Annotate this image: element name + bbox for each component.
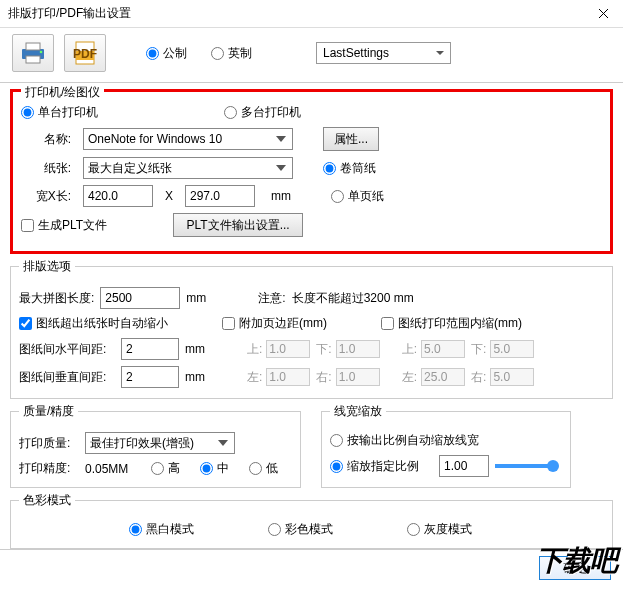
svg-rect-1 xyxy=(26,43,40,50)
color-color-radio[interactable]: 彩色模式 xyxy=(268,521,333,538)
printer-group-legend: 打印机/绘图仪 xyxy=(21,84,104,101)
plt-settings-button[interactable]: PLT文件输出设置... xyxy=(173,213,303,237)
mm-label: mm xyxy=(261,189,301,203)
pp-low-radio[interactable]: 低 xyxy=(249,460,278,477)
x-label: X xyxy=(159,189,179,203)
mm-label-2: mm xyxy=(186,291,206,305)
linewidth-legend: 线宽缩放 xyxy=(330,403,386,420)
maxlen-label: 最大拼图长度: xyxy=(19,290,94,307)
svg-rect-2 xyxy=(26,56,40,63)
pp-value: 0.05MM xyxy=(85,462,145,476)
inner-bottom-input xyxy=(490,340,534,358)
units-imperial-radio[interactable]: 英制 xyxy=(211,45,252,62)
inner-top-input xyxy=(421,340,465,358)
inner-right-input xyxy=(490,368,534,386)
pdf-icon: PDF xyxy=(71,41,99,65)
height-input[interactable] xyxy=(185,185,255,207)
pp-high-radio[interactable]: 高 xyxy=(151,460,180,477)
inner-left-input xyxy=(421,368,465,386)
printer-icon xyxy=(19,41,47,65)
margin-bottom-input xyxy=(336,340,380,358)
color-legend: 色彩模式 xyxy=(19,492,75,509)
settings-combo[interactable]: LastSettings xyxy=(316,42,451,64)
note-label: 注意: xyxy=(258,290,285,307)
margin-top-input xyxy=(266,340,310,358)
roll-paper-radio[interactable]: 卷筒纸 xyxy=(323,160,376,177)
printer-name-label: 名称: xyxy=(21,131,71,148)
lw-auto-radio[interactable]: 按输出比例自动缩放线宽 xyxy=(330,432,479,449)
pq-label: 打印质量: xyxy=(19,435,79,452)
quality-legend: 质量/精度 xyxy=(19,403,78,420)
innermargin-checkbox[interactable]: 图纸打印范围内缩(mm) xyxy=(381,315,522,332)
multi-printer-radio[interactable]: 多台打印机 xyxy=(224,104,301,121)
lw-slider[interactable] xyxy=(495,464,555,468)
addmargin-checkbox[interactable]: 附加页边距(mm) xyxy=(222,315,327,332)
svg-text:PDF: PDF xyxy=(73,47,97,61)
sheet-paper-radio[interactable]: 单页纸 xyxy=(331,188,384,205)
note-text: 长度不能超过3200 mm xyxy=(292,290,414,307)
layout-group-legend: 排版选项 xyxy=(19,258,75,275)
printer-name-select[interactable]: OneNote for Windows 10 xyxy=(83,128,293,150)
lw-fixed-radio[interactable]: 缩放指定比例 xyxy=(330,458,419,475)
autoshrink-checkbox[interactable]: 图纸超出纸张时自动缩小 xyxy=(19,315,168,332)
margin-right-input xyxy=(336,368,380,386)
pp-label: 打印精度: xyxy=(19,460,79,477)
printer-properties-button[interactable]: 属性... xyxy=(323,127,379,151)
watermark: 下载吧 xyxy=(536,542,617,580)
close-icon xyxy=(598,8,609,19)
units-metric-radio[interactable]: 公制 xyxy=(146,45,187,62)
margin-left-input xyxy=(266,368,310,386)
paper-label: 纸张: xyxy=(21,160,71,177)
pq-select[interactable]: 最佳打印效果(增强) xyxy=(85,432,235,454)
paper-select[interactable]: 最大自定义纸张 xyxy=(83,157,293,179)
pp-mid-radio[interactable]: 中 xyxy=(200,460,229,477)
single-printer-radio[interactable]: 单台打印机 xyxy=(21,104,98,121)
svg-point-3 xyxy=(40,51,43,54)
printer-icon-button[interactable] xyxy=(12,34,54,72)
vgap-label: 图纸间垂直间距: xyxy=(19,369,115,386)
color-bw-radio[interactable]: 黑白模式 xyxy=(129,521,194,538)
color-gray-radio[interactable]: 灰度模式 xyxy=(407,521,472,538)
maxlen-input[interactable] xyxy=(100,287,180,309)
pdf-icon-button[interactable]: PDF xyxy=(64,34,106,72)
window-title: 排版打印/PDF输出设置 xyxy=(8,5,583,22)
width-input[interactable] xyxy=(83,185,153,207)
size-label: 宽X长: xyxy=(21,188,71,205)
hgap-input[interactable] xyxy=(121,338,179,360)
hgap-label: 图纸间水平间距: xyxy=(19,341,115,358)
lw-ratio-input[interactable] xyxy=(439,455,489,477)
vgap-input[interactable] xyxy=(121,366,179,388)
close-button[interactable] xyxy=(583,0,623,28)
plt-checkbox[interactable]: 生成PLT文件 xyxy=(21,217,107,234)
